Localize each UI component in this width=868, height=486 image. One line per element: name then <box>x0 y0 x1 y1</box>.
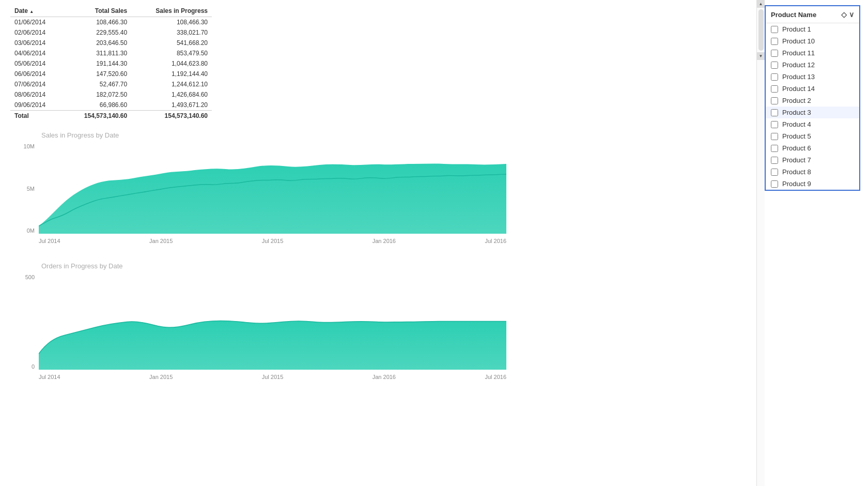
table-row: 08/06/2014 182,072.50 1,426,684.60 <box>10 89 212 100</box>
filter-item-product-7[interactable]: Product 7 <box>766 154 859 166</box>
filter-label-product-2: Product 2 <box>782 97 811 104</box>
sales-y-axis: 10M 5M 0M <box>10 143 39 234</box>
scroll-thumb[interactable] <box>758 9 764 51</box>
filter-header-actions: ◇ ∨ <box>841 10 854 19</box>
filter-item-product-11[interactable]: Product 11 <box>766 47 859 59</box>
filter-label-product-1: Product 1 <box>782 25 811 33</box>
cell-total-sales: 203,646.50 <box>63 38 132 48</box>
filter-label-product-5: Product 5 <box>782 132 811 140</box>
filter-label-product-12: Product 12 <box>782 61 815 69</box>
filter-label-product-10: Product 10 <box>782 37 815 45</box>
filter-checkbox-product-3[interactable] <box>771 109 778 116</box>
product-filter-panel: Product Name ◇ ∨ Product 1Product 10Prod… <box>765 5 860 191</box>
cell-total-sales: 52,467.70 <box>63 79 132 89</box>
cell-sales-progress: 541,668.20 <box>131 38 212 48</box>
sales-chart-svg-wrapper <box>39 143 506 234</box>
filter-checkbox-product-5[interactable] <box>771 133 778 140</box>
scroll-up-arrow[interactable]: ▲ <box>757 0 765 8</box>
sales-chart: Sales in Progress by Date 10M 5M 0M <box>10 131 746 247</box>
filter-item-product-9[interactable]: Product 9 <box>766 178 859 190</box>
cell-sales-progress: 338,021.70 <box>131 27 212 38</box>
y-label-500: 500 <box>25 274 35 280</box>
orders-x-jul2015: Jul 2015 <box>262 374 284 380</box>
filter-clear-icon[interactable]: ◇ <box>841 10 847 19</box>
filter-scroll-area: Product 1Product 10Product 11Product 12P… <box>766 23 859 190</box>
filter-collapse-icon[interactable]: ∨ <box>849 10 854 19</box>
sales-x-axis: Jul 2014 Jan 2015 Jul 2015 Jan 2016 Jul … <box>39 235 506 247</box>
cell-date: 02/06/2014 <box>10 27 63 38</box>
orders-x-jul2016: Jul 2016 <box>485 374 506 380</box>
filter-checkbox-product-14[interactable] <box>771 85 778 93</box>
cell-date: 07/06/2014 <box>10 79 63 89</box>
filter-checkbox-product-8[interactable] <box>771 169 778 176</box>
total-progress-value: 154,573,140.60 <box>131 111 212 122</box>
cell-total-sales: 311,811.30 <box>63 48 132 58</box>
filter-header: Product Name ◇ ∨ <box>766 6 859 23</box>
filter-item-product-8[interactable]: Product 8 <box>766 166 859 178</box>
scroll-down-arrow[interactable]: ▼ <box>757 52 765 60</box>
cell-date: 04/06/2014 <box>10 48 63 58</box>
filter-label-product-11: Product 11 <box>782 49 815 57</box>
orders-x-jul2014: Jul 2014 <box>39 374 60 380</box>
filter-checkbox-product-13[interactable] <box>771 73 778 81</box>
table-row: 02/06/2014 229,555.40 338,021.70 <box>10 27 212 38</box>
cell-date: 09/06/2014 <box>10 100 63 111</box>
orders-x-jan2015: Jan 2015 <box>149 374 173 380</box>
filter-checkbox-product-4[interactable] <box>771 121 778 128</box>
filter-item-product-6[interactable]: Product 6 <box>766 142 859 154</box>
x-label-jul2015: Jul 2015 <box>262 238 284 244</box>
filter-checkbox-product-9[interactable] <box>771 180 778 188</box>
orders-x-jan2016: Jan 2016 <box>373 374 396 380</box>
orders-chart-svg-wrapper <box>39 274 506 370</box>
filter-checkbox-product-2[interactable] <box>771 97 778 104</box>
cell-total-sales: 229,555.40 <box>63 27 132 38</box>
filter-item-product-13[interactable]: Product 13 <box>766 71 859 83</box>
cell-date: 01/06/2014 <box>10 17 63 28</box>
sort-arrow: ▲ <box>29 9 34 14</box>
filter-checkbox-product-1[interactable] <box>771 26 778 33</box>
filter-checkbox-product-11[interactable] <box>771 50 778 57</box>
filter-checkbox-product-12[interactable] <box>771 62 778 69</box>
cell-sales-progress: 1,244,612.10 <box>131 79 212 89</box>
filter-item-product-4[interactable]: Product 4 <box>766 118 859 130</box>
filter-label-product-8: Product 8 <box>782 168 811 176</box>
cell-date: 06/06/2014 <box>10 69 63 79</box>
sales-chart-title: Sales in Progress by Date <box>41 131 746 139</box>
table-row: 04/06/2014 311,811.30 853,479.50 <box>10 48 212 58</box>
total-sales-value: 154,573,140.60 <box>63 111 132 122</box>
filter-checkbox-product-10[interactable] <box>771 38 778 45</box>
filter-label-product-14: Product 14 <box>782 85 815 93</box>
filter-item-product-12[interactable]: Product 12 <box>766 59 859 71</box>
filter-checkbox-product-7[interactable] <box>771 157 778 164</box>
y-label-5m: 5M <box>27 186 35 192</box>
table-row: 03/06/2014 203,646.50 541,668.20 <box>10 38 212 48</box>
filter-title: Product Name <box>771 11 816 19</box>
cell-date: 03/06/2014 <box>10 38 63 48</box>
data-table: Date ▲ Total Sales Sales in Progress 01/… <box>10 5 212 121</box>
x-label-jul2014: Jul 2014 <box>39 238 60 244</box>
col-total-sales[interactable]: Total Sales <box>63 5 132 17</box>
filter-item-product-5[interactable]: Product 5 <box>766 130 859 142</box>
filter-label-product-9: Product 9 <box>782 180 811 188</box>
filter-label-product-6: Product 6 <box>782 144 811 152</box>
col-sales-in-progress[interactable]: Sales in Progress <box>131 5 212 17</box>
filter-item-product-14[interactable]: Product 14 <box>766 83 859 95</box>
cell-total-sales: 66,986.60 <box>63 100 132 111</box>
x-label-jan2015: Jan 2015 <box>149 238 173 244</box>
table-row: 07/06/2014 52,467.70 1,244,612.10 <box>10 79 212 89</box>
filter-item-product-2[interactable]: Product 2 <box>766 95 859 107</box>
cell-total-sales: 147,520.60 <box>63 69 132 79</box>
filter-item-product-3[interactable]: Product 3 <box>766 107 859 118</box>
cell-date: 08/06/2014 <box>10 89 63 100</box>
col-date[interactable]: Date ▲ <box>10 5 63 17</box>
cell-sales-progress: 1,192,144.40 <box>131 69 212 79</box>
filter-item-product-10[interactable]: Product 10 <box>766 35 859 47</box>
cell-sales-progress: 1,493,671.20 <box>131 100 212 111</box>
filter-checkbox-product-6[interactable] <box>771 145 778 152</box>
cell-total-sales: 182,072.50 <box>63 89 132 100</box>
table-row: 09/06/2014 66,986.60 1,493,671.20 <box>10 100 212 111</box>
total-label: Total <box>10 111 63 122</box>
filter-item-product-1[interactable]: Product 1 <box>766 23 859 35</box>
y-label-0: 0 <box>32 363 35 370</box>
cell-date: 05/06/2014 <box>10 58 63 69</box>
